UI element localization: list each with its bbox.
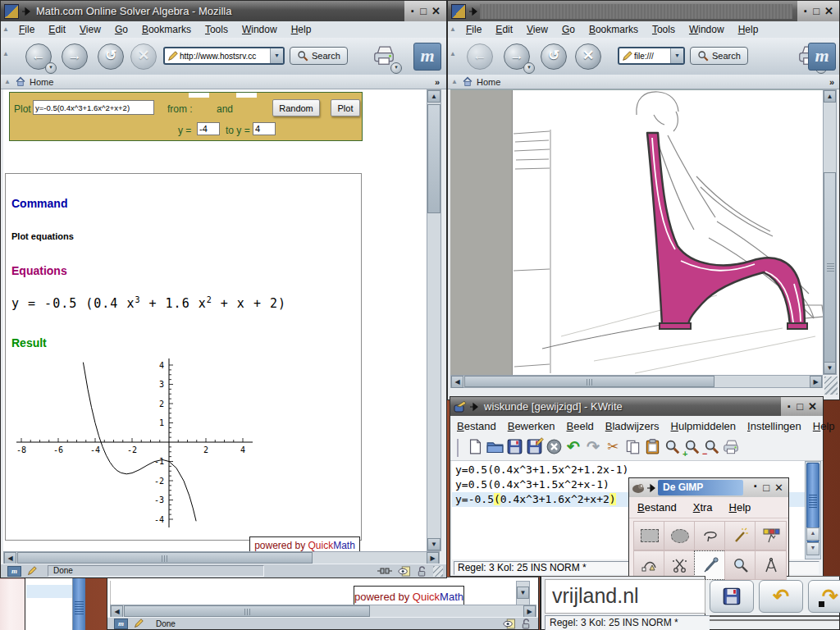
scroll-left-button[interactable]: ◀ (111, 605, 123, 618)
scroll-right-button[interactable]: ▶ (427, 552, 439, 564)
zoom-out-icon[interactable]: − (702, 439, 720, 457)
redo-icon[interactable]: ↷ (584, 439, 602, 457)
maximize-button[interactable]: □ (813, 6, 819, 16)
menu-go[interactable]: Go (562, 24, 575, 35)
open-folder-icon[interactable] (486, 439, 504, 457)
save-as-icon[interactable] (525, 439, 543, 457)
menu-view[interactable]: View (527, 24, 548, 35)
titlebar-right-browser[interactable]: · □ ✕ (448, 1, 839, 21)
menu-go[interactable]: Go (115, 24, 128, 35)
search-button[interactable]: Search (690, 47, 748, 65)
pushpin-icon[interactable] (468, 7, 478, 16)
stop-button[interactable]: ✕ (575, 43, 601, 70)
titlebar-kwrite[interactable]: wiskunde [gewijzigd] - KWrite · □ ✕ (450, 397, 823, 416)
save-icon[interactable] (505, 439, 523, 457)
new-document-icon[interactable] (466, 439, 484, 457)
scroll-thumb[interactable] (464, 376, 714, 387)
mozilla-component-icon[interactable]: m (114, 619, 128, 629)
save-button-large[interactable] (710, 580, 754, 613)
scroll-up-button[interactable]: ▲ (427, 90, 441, 103)
scroll-right-button[interactable]: ▶ (810, 376, 822, 388)
maximize-button[interactable]: □ (797, 401, 803, 412)
mozilla-logo[interactable]: m (808, 43, 836, 71)
url-dropdown[interactable]: ▼ (270, 48, 283, 63)
equation-input[interactable] (33, 100, 154, 115)
close-document-icon[interactable] (545, 439, 563, 457)
plot-button[interactable]: Plot (331, 99, 360, 116)
scroll-thumb[interactable] (17, 552, 313, 564)
scroll-down-button[interactable]: ▼ (517, 587, 529, 599)
menu-help[interactable]: Help (291, 24, 312, 35)
menu-window[interactable]: Window (242, 24, 277, 35)
lock-icon[interactable] (417, 566, 427, 577)
minimize-button[interactable]: · (410, 7, 415, 16)
undo-button-large[interactable]: ↶ (759, 580, 803, 613)
menu-edit[interactable]: Edit (495, 24, 513, 35)
toolbar-handle[interactable] (457, 439, 461, 457)
menu-beeld[interactable]: Beeld (567, 420, 594, 432)
minimize-button[interactable]: · (753, 482, 758, 493)
url-bar[interactable]: ▼ (618, 47, 685, 65)
eye-document-icon[interactable] (398, 566, 411, 577)
cut-icon[interactable]: ✂ (604, 439, 622, 457)
scroll-right-button[interactable]: ▶ (523, 605, 536, 618)
bookmarks-overflow-chevron[interactable]: » (435, 77, 440, 87)
y-to-input[interactable] (253, 122, 276, 135)
horizontal-scrollbar-right-browser[interactable]: ◀ ▶ (450, 375, 823, 388)
y-from-input[interactable] (197, 122, 220, 135)
tool-measure[interactable] (755, 550, 787, 580)
forward-dropdown[interactable]: ▼ (523, 62, 535, 74)
horizontal-scrollbar-left-browser[interactable]: ◀ ▶ (3, 551, 440, 564)
undo-icon[interactable]: ↶ (564, 439, 582, 457)
tool-zoom[interactable] (724, 550, 756, 580)
close-button[interactable]: ✕ (808, 401, 817, 412)
menu-help[interactable]: Help (729, 501, 751, 514)
titlebar-left-browser[interactable]: Math.com Online Solver Algebra - Mozilla… (1, 1, 446, 21)
scroll-thumb[interactable] (824, 172, 836, 365)
menu-bestand[interactable]: Bestand (457, 420, 496, 432)
tool-select-by-color[interactable] (755, 521, 787, 550)
horizontal-scrollbar-moz3[interactable]: ◀ ▶ (110, 605, 536, 618)
menu-bookmarks[interactable]: Bookmarks (142, 24, 191, 35)
back-button[interactable]: ← (467, 43, 493, 70)
back-dropdown[interactable]: ▼ (45, 62, 57, 74)
toolbar-grippy[interactable]: ▲ (4, 79, 11, 85)
print-icon[interactable] (722, 439, 740, 457)
minimize-button[interactable]: · (803, 7, 808, 16)
vertical-scrollbar-right-browser[interactable]: ▲ ▼ (823, 89, 837, 375)
pushpin-icon[interactable] (469, 402, 479, 412)
reload-button[interactable]: ↺ (541, 43, 567, 70)
stop-button[interactable]: ✕ (130, 43, 157, 70)
eye-document-icon[interactable] (503, 619, 516, 629)
url-bar[interactable]: ▼ (163, 47, 285, 65)
menu-window[interactable]: Window (689, 24, 724, 35)
menu-bestand[interactable]: Bestand (637, 501, 677, 514)
paste-icon[interactable] (643, 439, 661, 457)
find-icon[interactable] (663, 439, 681, 457)
redo-button-large[interactable]: ↷ (808, 580, 840, 613)
scroll-up-button[interactable]: ▲ (806, 527, 819, 541)
lock-icon[interactable] (521, 619, 532, 629)
maximize-button[interactable]: □ (420, 6, 427, 16)
mozilla-component-icon[interactable]: m (7, 566, 21, 577)
menu-file[interactable]: File (466, 24, 482, 35)
scroll-thumb[interactable] (124, 605, 370, 617)
menu-edit[interactable]: Edit (48, 24, 66, 35)
powered-by-quickmath-badge[interactable]: powered by QuickMath (249, 536, 360, 551)
menu-xtra[interactable]: Xtra (693, 501, 713, 514)
scroll-down-button[interactable]: ▼ (824, 362, 836, 374)
print-dropdown[interactable]: ▼ (390, 62, 402, 74)
url-input[interactable] (633, 52, 670, 61)
composer-icon[interactable] (26, 566, 38, 576)
url-dropdown[interactable]: ▼ (670, 48, 683, 63)
menu-view[interactable]: View (80, 24, 101, 35)
scrollbar-fragment[interactable] (72, 578, 85, 630)
scroll-left-button[interactable]: ◀ (451, 376, 463, 388)
plug-offline-icon[interactable] (377, 567, 392, 575)
toolbar-grippy[interactable]: ▲ (450, 26, 457, 33)
window-resize-grip[interactable] (433, 566, 443, 577)
zoom-in-icon[interactable]: + (682, 439, 701, 457)
menu-help[interactable]: Help (813, 420, 835, 432)
tool-lasso[interactable] (694, 521, 726, 550)
bookmarks-overflow-chevron[interactable]: » (829, 77, 834, 87)
